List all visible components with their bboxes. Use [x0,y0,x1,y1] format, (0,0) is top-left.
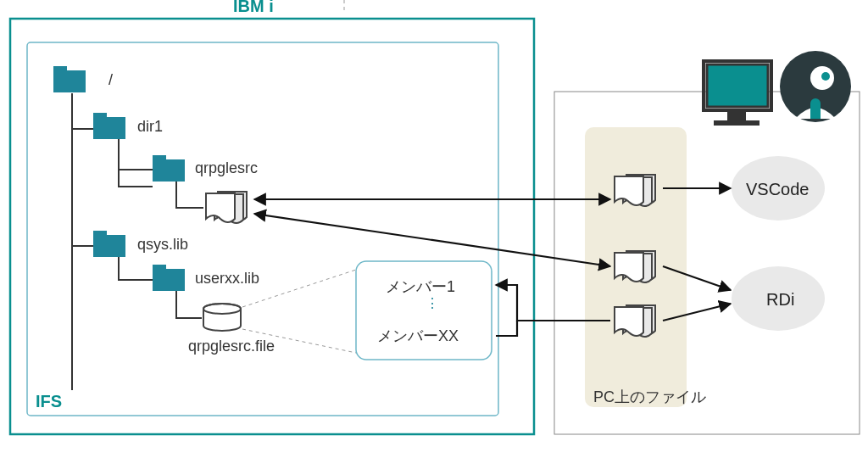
label-member1: メンバー1 [386,278,455,295]
label-ibmi: IBM i [233,0,274,15]
label-memberxx: メンバーXX [377,327,459,344]
svg-rect-7 [714,120,760,126]
folder-root-icon [53,66,86,92]
svg-rect-6 [727,112,746,120]
label-userxxlib: userxx.lib [195,270,259,287]
folder-qsyslib-icon [93,231,125,257]
folder-dir1-icon [93,113,125,139]
db-file-icon [203,304,241,331]
arrow-ifs-pc-rdi [254,214,610,266]
svg-rect-4 [707,64,768,107]
folder-qrpglesrc-icon [153,155,185,182]
label-dbfile: qrpglesrc.file [188,338,275,355]
ifs-source-files-icon [206,192,247,223]
folder-userxxlib-icon [153,265,185,291]
label-dir1: dir1 [137,118,163,135]
label-vscode: VSCode [746,180,810,198]
members-box [356,261,492,360]
box-ibmi [10,19,534,434]
label-qrpglesrc: qrpglesrc [195,159,258,176]
label-qsyslib: qsys.lib [137,236,188,253]
members-ellipsis-icon: ⋮ [426,296,439,310]
svg-point-10 [821,72,830,81]
label-root: / [108,71,113,88]
label-pc-files: PC上のファイル [593,388,706,405]
label-ifs: IFS [36,392,62,411]
user-workstation-icon [704,51,851,126]
label-rdi: RDi [766,290,794,309]
